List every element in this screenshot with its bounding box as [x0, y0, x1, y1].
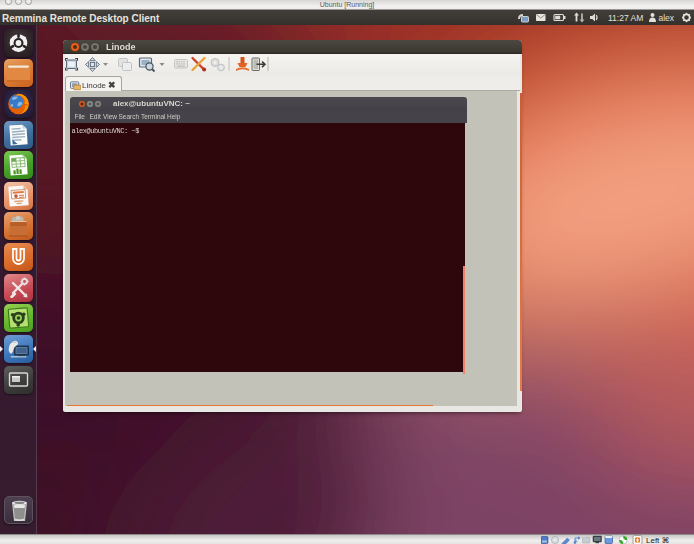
- svg-text:alex: alex: [659, 13, 675, 23]
- svg-text:11:27 AM: 11:27 AM: [608, 13, 643, 23]
- svg-text:Left ⌘: Left ⌘: [646, 536, 670, 544]
